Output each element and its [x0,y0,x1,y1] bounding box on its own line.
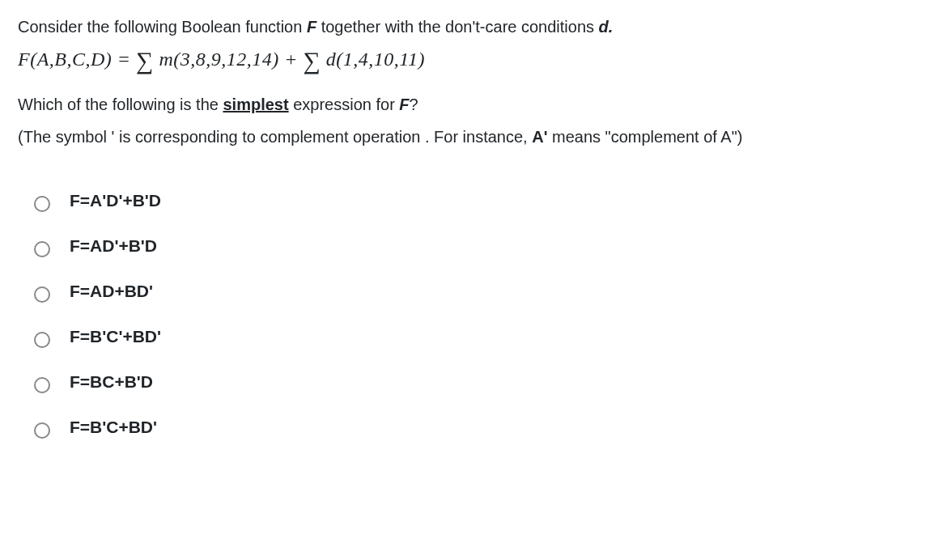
radio-icon[interactable] [34,196,50,212]
radio-icon[interactable] [34,241,50,257]
option-label: F=AD+BD' [70,282,153,301]
option-0[interactable]: F=A'D'+B'D [34,189,912,212]
option-2[interactable]: F=AD+BD' [34,280,912,303]
formula-m: m(3,8,9,12,14) + [154,49,304,70]
option-1[interactable]: F=AD'+B'D [34,235,912,257]
var-F: F [399,95,409,113]
question-line-1: Consider the following Boolean function … [18,15,912,39]
formula: F(A,B,C,D) = ∑ m(3,8,9,12,14) + ∑ d(1,4,… [18,47,912,74]
option-label: F=B'C+BD' [70,418,157,437]
option-4[interactable]: F=BC+B'D [34,371,912,393]
emphasis: simplest [223,95,288,113]
radio-icon[interactable] [34,286,50,303]
option-label: F=AD'+B'D [70,236,157,256]
text: ? [410,95,418,113]
var-F: F [307,18,316,36]
option-5[interactable]: F=B'C+BD' [34,416,912,439]
text: expression for [289,95,400,113]
var-d: d. [599,18,614,36]
formula-lhs: F(A,B,C,D) = [18,49,136,70]
var-A: A' [532,128,547,146]
options-group: F=A'D'+B'D F=AD'+B'D F=AD+BD' F=B'C'+BD'… [18,189,912,439]
option-3[interactable]: F=B'C'+BD' [34,325,912,348]
formula-d: d(1,4,10,11) [321,49,425,70]
text: (The symbol ' is corresponding to comple… [18,128,532,146]
radio-icon[interactable] [34,377,50,393]
question-line-2: Which of the following is the simplest e… [18,92,912,117]
option-label: F=B'C'+BD' [70,327,161,346]
option-label: F=A'D'+B'D [70,191,161,210]
text: Consider the following Boolean function [18,18,307,36]
option-label: F=BC+B'D [70,372,153,392]
radio-icon[interactable] [34,422,50,439]
text: together with the don't-care conditions [316,18,598,36]
question-line-3: (The symbol ' is corresponding to comple… [18,125,912,149]
sigma-icon: ∑ [136,47,154,74]
text: Which of the following is the [18,95,223,113]
radio-icon[interactable] [34,332,50,348]
text: means "complement of A") [547,128,742,146]
sigma-icon: ∑ [303,47,321,74]
